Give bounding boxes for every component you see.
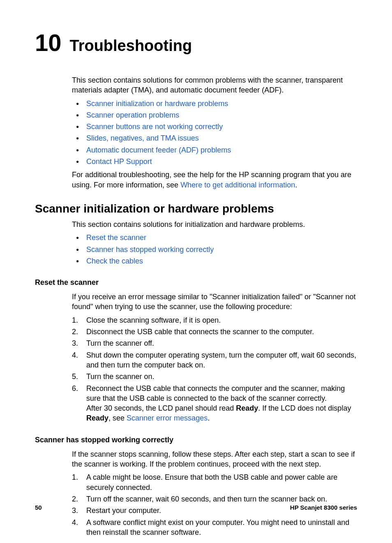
reset-step-4: Shut down the computer operating system,… (72, 350, 357, 370)
stopped-step-1: A cable might be loose. Ensure that both… (72, 472, 357, 492)
link-error-messages[interactable]: Scanner error messages (127, 414, 208, 422)
reset-steps-list: Close the scanning software, if it is op… (72, 315, 357, 423)
stopped-step-4: A software conflict might exist on your … (72, 518, 357, 538)
chapter-header: 10 Troubleshooting (35, 31, 357, 55)
post-list-paragraph: For additional troubleshooting, see the … (72, 170, 357, 190)
reset-step-1: Close the scanning software, if it is op… (72, 315, 357, 325)
chapter-title: Troubleshooting (70, 38, 192, 53)
link-adf-problems[interactable]: Automatic document feeder (ADF) problems (86, 146, 231, 154)
page-footer: 50 HP Scanjet 8300 series (35, 504, 357, 511)
link-contact-support[interactable]: Contact HP Support (86, 157, 152, 166)
subsection-stopped-title: Scanner has stopped working correctly (35, 436, 357, 444)
product-name: HP Scanjet 8300 series (290, 504, 357, 511)
chapter-number: 10 (35, 31, 62, 55)
intro-paragraph: This section contains solutions for comm… (72, 75, 357, 95)
section1-intro: This section contains solutions for init… (72, 220, 357, 229)
top-link-list: Scanner initialization or hardware probl… (72, 99, 357, 167)
sub1-intro: If you receive an error message similar … (72, 292, 357, 312)
link-scanner-init[interactable]: Scanner initialization or hardware probl… (86, 99, 228, 108)
reset-step-3: Turn the scanner off. (72, 338, 357, 348)
link-scanner-operation[interactable]: Scanner operation problems (86, 111, 179, 119)
link-scanner-buttons[interactable]: Scanner buttons are not working correctl… (86, 122, 223, 131)
page-number: 50 (35, 504, 42, 511)
section1-link-list: Reset the scanner Scanner has stopped wo… (72, 233, 357, 266)
link-check-cables[interactable]: Check the cables (86, 257, 143, 265)
link-additional-info[interactable]: Where to get additional information (180, 181, 295, 189)
stopped-step-2: Turn off the scanner, wait 60 seconds, a… (72, 494, 357, 504)
sub2-intro: If the scanner stops scanning, follow th… (72, 449, 357, 469)
section-scanner-init-title: Scanner initialization or hardware probl… (35, 202, 357, 215)
reset-step-6: Reconnect the USB cable that connects th… (72, 384, 357, 423)
reset-step-5: Turn the scanner on. (72, 372, 357, 381)
subsection-reset-title: Reset the scanner (35, 278, 357, 287)
link-slides-tma[interactable]: Slides, negatives, and TMA issues (86, 134, 199, 142)
link-reset-scanner[interactable]: Reset the scanner (86, 233, 146, 242)
reset-step-2: Disconnect the USB cable that connects t… (72, 327, 357, 337)
link-stopped-working[interactable]: Scanner has stopped working correctly (86, 245, 214, 254)
